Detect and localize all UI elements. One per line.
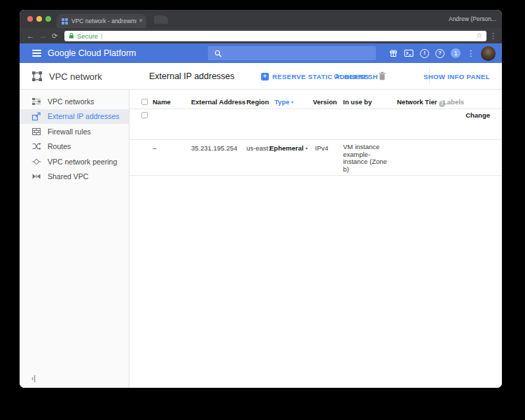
sidebar-item-label: External IP addresses: [48, 112, 120, 120]
column-header-type[interactable]: Type ▾: [274, 98, 293, 106]
column-header-external-address[interactable]: External Address: [191, 98, 246, 106]
routes-icon: [31, 141, 41, 151]
minimize-window-button[interactable]: [36, 16, 42, 22]
gcp-settings-menu-icon[interactable]: ⋮: [467, 49, 475, 58]
browser-menu-icon[interactable]: ⋮: [489, 28, 497, 43]
sidebar: VPC networks External IP addresses Firew…: [20, 90, 130, 388]
sidebar-item-label: Firewall rules: [48, 127, 91, 136]
secure-label: Secure: [77, 32, 98, 40]
sidebar-item-firewall-rules[interactable]: Firewall rules: [20, 124, 129, 139]
sidebar-item-shared-vpc[interactable]: Shared VPC: [20, 169, 129, 185]
new-tab-button[interactable]: [154, 15, 168, 24]
browser-addressbar: ← → ⟳ Secure ☆ ⋮: [20, 28, 502, 43]
column-header-in-use-by[interactable]: In use by: [343, 98, 372, 106]
sidebar-item-label: VPC network peering: [48, 158, 117, 166]
browser-titlebar: VPC network - andrewmmc-c... × Andrew (P…: [20, 10, 502, 28]
tab-title: VPC network - andrewmmc-c...: [71, 18, 136, 24]
sidebar-item-external-ip-addresses[interactable]: External IP addresses: [20, 109, 129, 125]
sidebar-item-routes[interactable]: Routes: [20, 139, 129, 155]
cell-external-address: 35.231.195.254: [191, 144, 237, 152]
plus-icon: +: [261, 73, 269, 80]
close-window-button[interactable]: [27, 16, 33, 22]
table-divider: [130, 139, 502, 140]
sidebar-item-label: Routes: [48, 142, 71, 150]
cell-in-use-by[interactable]: VM instance example-instance (Zone b): [343, 144, 391, 173]
address-cursor: [102, 33, 102, 39]
refresh-icon: ⟳: [334, 72, 341, 81]
delete-trash-icon[interactable]: [378, 71, 386, 80]
help-icon[interactable]: ?: [435, 49, 444, 58]
app-bar: VPC network External IP addresses + RESE…: [20, 63, 502, 90]
bookmark-star-icon[interactable]: ☆: [476, 32, 482, 39]
url-omnibox[interactable]: Secure ☆: [64, 31, 486, 41]
chevron-down-icon: ▾: [306, 146, 308, 150]
sidebar-item-label: Shared VPC: [48, 172, 88, 181]
sidebar-item-vpc-networks[interactable]: VPC networks: [20, 94, 129, 109]
hamburger-menu-icon[interactable]: [32, 50, 41, 57]
maximize-window-button[interactable]: [46, 16, 51, 22]
column-header-region[interactable]: Region: [246, 98, 269, 106]
browser-window: VPC network - andrewmmc-c... × Andrew (P…: [20, 10, 502, 388]
refresh-button[interactable]: ⟳ REFRESH: [334, 63, 378, 90]
column-header-name[interactable]: Name: [153, 98, 171, 106]
gcp-favicon-icon: [62, 18, 68, 24]
search-icon: [214, 50, 222, 57]
back-icon[interactable]: ←: [27, 28, 34, 43]
vpc-network-icon: [31, 71, 43, 82]
column-header-network-tier[interactable]: Network Tier?: [397, 98, 445, 107]
browser-tab[interactable]: VPC network - andrewmmc-c... ×: [57, 14, 146, 28]
page-title: External IP addresses: [149, 63, 234, 90]
cell-region: us-east1: [246, 144, 272, 152]
section-title: VPC network: [49, 71, 102, 82]
alerts-icon[interactable]: !: [420, 49, 429, 58]
section-header: VPC network: [20, 63, 130, 90]
gcp-header: Google Cloud Platform ! ? 1: [20, 43, 502, 63]
peering-icon: [31, 157, 41, 167]
sidebar-item-label: VPC networks: [48, 97, 94, 106]
notification-count-badge[interactable]: 1: [451, 48, 461, 58]
collapse-sidebar-button[interactable]: ‹|: [31, 374, 36, 382]
tab-close-icon[interactable]: ×: [139, 18, 143, 24]
vpc-networks-icon: [31, 97, 41, 106]
column-header-labels[interactable]: Labels: [443, 98, 464, 106]
row-checkbox[interactable]: [141, 112, 148, 118]
cloud-shell-icon[interactable]: [404, 49, 414, 57]
table-divider: [130, 175, 502, 176]
cell-name: –: [153, 144, 156, 152]
reload-icon[interactable]: ⟳: [52, 28, 57, 43]
change-link[interactable]: Change: [465, 111, 490, 119]
column-header-version[interactable]: Version: [313, 98, 337, 106]
sidebar-item-vpc-network-peering[interactable]: VPC network peering: [20, 154, 129, 169]
select-all-checkbox[interactable]: [141, 99, 148, 105]
table-divider: [130, 108, 502, 109]
secure-lock-icon: [69, 32, 74, 39]
shared-vpc-icon: [31, 172, 41, 181]
external-ip-icon: [31, 111, 41, 121]
cell-type-dropdown[interactable]: Ephemeral▾: [270, 144, 308, 152]
gcp-product-name[interactable]: Google Cloud Platform: [48, 43, 136, 63]
cell-version: IPv4: [315, 144, 328, 152]
show-info-panel-button[interactable]: SHOW INFO PANEL: [424, 63, 490, 90]
forward-icon: →: [39, 28, 47, 43]
main-content: Name External Address Region Type ▾ Vers…: [130, 90, 502, 388]
gift-icon[interactable]: [389, 49, 398, 57]
gcp-search-input[interactable]: [208, 46, 376, 60]
chevron-down-icon: ▾: [291, 100, 293, 104]
user-avatar[interactable]: [481, 46, 496, 61]
browser-profile-name[interactable]: Andrew (Person...: [449, 10, 496, 28]
firewall-icon: [31, 127, 41, 136]
